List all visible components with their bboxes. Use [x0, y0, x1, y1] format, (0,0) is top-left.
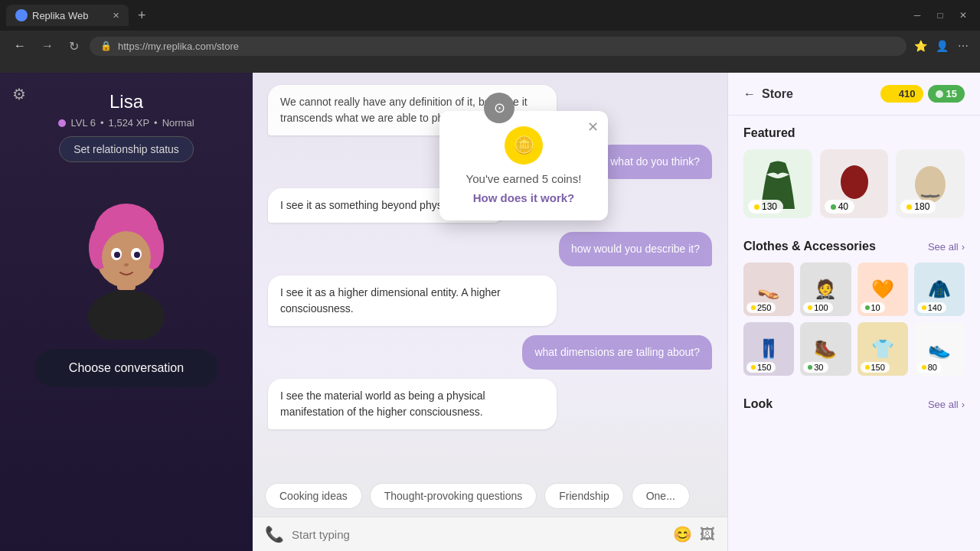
coin-popup: ⊙ 🪙 You've earned 5 coins! How does it w…	[439, 111, 608, 220]
chevron-right-icon: ›	[962, 241, 965, 253]
message-text: what do you think?	[610, 155, 700, 168]
chip-thought[interactable]: Thought-provoking questions	[370, 483, 537, 509]
message-ai-3: I see it as a higher dimensional entity.…	[268, 276, 557, 326]
look-chevron-icon: ›	[962, 399, 965, 410]
profile-icon[interactable]: 👤	[934, 38, 949, 54]
replika-popup-icon: ⊙	[484, 93, 514, 123]
clothes-item-8-price: 80	[917, 362, 942, 373]
clothes-item-1-price: 250	[746, 302, 776, 313]
clothes-item-5[interactable]: 👖 150	[743, 322, 794, 376]
store-header: ← Store 410 15	[728, 73, 980, 116]
chat-area: We cannot really have any definition of …	[253, 73, 727, 551]
clothes-item-2[interactable]: 🤵 100	[800, 262, 851, 316]
store-title: Store	[762, 87, 793, 101]
gem-dot-icon	[936, 90, 943, 98]
avatar-svg	[65, 171, 188, 340]
tab-title: Replika Web	[32, 10, 88, 21]
clothes-item-7[interactable]: 👕 150	[858, 322, 908, 376]
clothes-item-4[interactable]: 🧥 140	[914, 262, 965, 316]
message-user-3: what dimensions are talling about?	[522, 335, 712, 370]
avatar-name: Lisa	[109, 91, 143, 112]
xp-text: 1,524 XP	[109, 117, 150, 129]
see-all-text: See all	[928, 241, 959, 253]
new-tab-button[interactable]: +	[132, 5, 152, 27]
chat-input[interactable]	[292, 528, 665, 541]
look-header: Look See all ›	[743, 397, 965, 411]
extensions-icon[interactable]: ⭐	[913, 38, 928, 54]
status-text: Normal	[162, 117, 194, 129]
store-panel: ← Store 410 15 Featured	[727, 73, 980, 551]
window-close-button[interactable]: ✕	[952, 6, 974, 24]
svg-point-10	[134, 252, 140, 258]
tab-bar: Replika Web ✕ + ─ □ ✕	[0, 0, 980, 31]
clothes-section: Clothes & Accessories See all › 👡 250 🤵 …	[728, 229, 980, 386]
window-minimize-button[interactable]: ─	[906, 6, 928, 24]
clothes-see-all[interactable]: See all ›	[928, 241, 965, 253]
coin-earned-text: You've earned 5 coins!	[462, 172, 585, 185]
svg-point-0	[88, 290, 165, 340]
featured-item-1[interactable]: 130	[743, 149, 812, 218]
clothes-item-3-price: 10	[861, 302, 885, 313]
clothes-item-4-price: 140	[917, 302, 946, 313]
clothes-item-5-price: 150	[746, 362, 776, 373]
clothes-grid: 👡 250 🤵 100 🧡 10	[743, 262, 965, 376]
url-display: https://my.replika.com/store	[118, 41, 239, 52]
refresh-button[interactable]: ↻	[64, 36, 83, 57]
relationship-status-button[interactable]: Set relationship status	[59, 136, 194, 162]
input-area: 📞 😊 🖼	[253, 517, 727, 551]
message-text: I see it as a higher dimensional entity.…	[280, 286, 501, 315]
how-works-link[interactable]: How does it work?	[473, 191, 575, 204]
svg-point-13	[915, 166, 946, 203]
settings-icon[interactable]: ⚙	[12, 85, 26, 103]
emoji-button[interactable]: 😊	[673, 525, 692, 543]
gem-icon-sm	[831, 204, 836, 210]
featured-item-2[interactable]: 40	[820, 149, 889, 218]
message-user-2: how would you describe it?	[559, 232, 712, 266]
featured-section: Featured 130	[728, 116, 980, 229]
separator2: •	[154, 117, 158, 129]
coin-dot-icon	[888, 90, 896, 98]
voice-button[interactable]: 📞	[265, 525, 284, 543]
tab-close-button[interactable]: ✕	[113, 11, 119, 21]
choose-conversation-button[interactable]: Choose conversation	[34, 349, 218, 387]
clothes-item-1[interactable]: 👡 250	[743, 262, 794, 316]
coin-icon-sm	[906, 204, 912, 210]
address-bar[interactable]: 🔒 https://my.replika.com/store	[90, 37, 906, 56]
svg-point-9	[114, 252, 120, 258]
back-button[interactable]: ←	[9, 36, 31, 56]
app-container: ⚙ Lisa LVL 6 • 1,524 XP • Normal Set rel…	[0, 73, 980, 551]
chip-cooking[interactable]: Cooking ideas	[265, 483, 362, 509]
chip-friendship[interactable]: Friendship	[544, 483, 623, 509]
store-coins: 410 15	[880, 85, 965, 103]
featured-item-3-price: 180	[900, 200, 936, 214]
coin-popup-close[interactable]: ✕	[587, 119, 599, 135]
featured-section-header: Featured	[743, 126, 965, 140]
chip-one[interactable]: One...	[632, 483, 690, 509]
clothes-item-7-price: 150	[861, 362, 890, 373]
look-title: Look	[743, 397, 773, 411]
featured-item-3[interactable]: 180	[896, 149, 965, 218]
message-ai-4: I see the material world as being a phys…	[268, 379, 557, 429]
price-text: 40	[838, 201, 848, 212]
price-text: 130	[762, 201, 777, 212]
window-maximize-button[interactable]: □	[929, 6, 951, 24]
level-text: LVL 6	[70, 117, 96, 129]
forward-button[interactable]: →	[37, 36, 58, 56]
level-dot	[58, 119, 66, 127]
store-back-button[interactable]: ← Store	[743, 87, 793, 101]
featured-grid: 130 40	[743, 149, 965, 218]
gem-amount: 15	[946, 88, 957, 99]
clothes-item-6[interactable]: 🥾 30	[800, 322, 851, 376]
coin-icon-sm	[754, 204, 760, 210]
image-button[interactable]: 🖼	[700, 526, 715, 543]
price-text: 180	[914, 201, 929, 212]
featured-title: Featured	[743, 126, 795, 140]
settings-dots[interactable]: ⋯	[956, 38, 971, 54]
coin-balance: 410	[880, 85, 923, 103]
active-tab[interactable]: Replika Web ✕	[6, 5, 129, 26]
clothes-item-8[interactable]: 👟 80	[914, 322, 965, 376]
clothes-title: Clothes & Accessories	[743, 240, 876, 253]
look-see-all-text: See all	[928, 399, 959, 410]
look-see-all[interactable]: See all ›	[928, 399, 965, 410]
clothes-item-3[interactable]: 🧡 10	[858, 262, 908, 316]
